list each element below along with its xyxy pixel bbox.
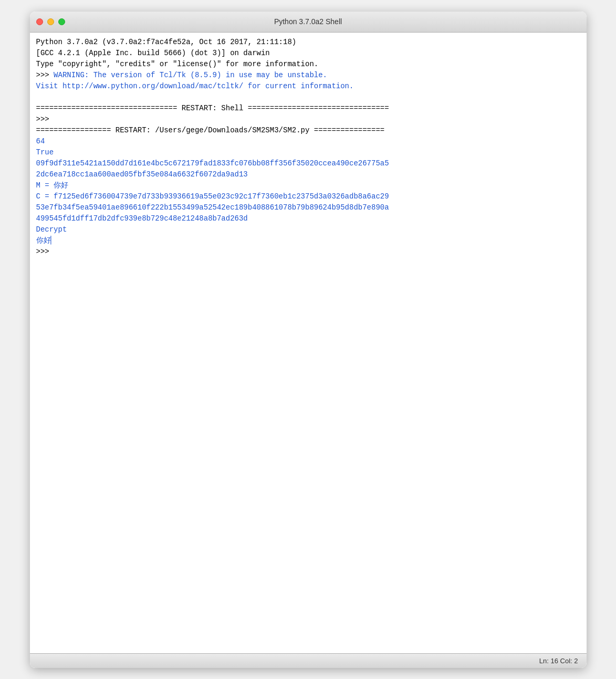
window-title: Python 3.7.0a2 Shell <box>274 17 342 26</box>
shell-line: >>> <box>36 114 580 125</box>
shell-line: Visit http://www.python.org/download/mac… <box>36 81 580 92</box>
shell-line: 09f9df311e5421a150dd7d161e4bc5c672179fad… <box>36 158 580 180</box>
shell-output[interactable]: Python 3.7.0a2 (v3.7.0a2:f7ac4fe52a, Oct… <box>30 33 587 653</box>
shell-line: >>> WARNING: The version of Tcl/Tk (8.5.… <box>36 70 580 81</box>
traffic-lights <box>36 18 65 25</box>
shell-line <box>36 92 580 103</box>
shell-line: [GCC 4.2.1 (Apple Inc. build 5666) (dot … <box>36 48 580 59</box>
decrypt-label: Decrypt <box>36 224 580 235</box>
shell-line: C = f7125ed6f736004739e7d733b93936619a55… <box>36 191 580 224</box>
minimize-button[interactable] <box>47 18 54 25</box>
cursor-position: Ln: 16 Col: 2 <box>539 657 578 665</box>
shell-line: True <box>36 147 580 158</box>
title-bar: Python 3.7.0a2 Shell <box>30 12 587 33</box>
shell-line: ================= RESTART: /Users/gege/D… <box>36 125 580 136</box>
shell-line: ================================ RESTART… <box>36 103 580 114</box>
python-shell-window: Python 3.7.0a2 Shell Python 3.7.0a2 (v3.… <box>30 12 587 668</box>
status-bar: Ln: 16 Col: 2 <box>30 653 587 668</box>
shell-line: Python 3.7.0a2 (v3.7.0a2:f7ac4fe52a, Oct… <box>36 37 580 48</box>
shell-line: 64 <box>36 136 580 147</box>
shell-line: 你好▏ <box>36 235 580 246</box>
close-button[interactable] <box>36 18 43 25</box>
shell-prompt: >>> <box>36 246 580 257</box>
shell-line: Type "copyright", "credits" or "license(… <box>36 59 580 70</box>
shell-line: M = 你好 <box>36 180 580 191</box>
maximize-button[interactable] <box>58 18 65 25</box>
